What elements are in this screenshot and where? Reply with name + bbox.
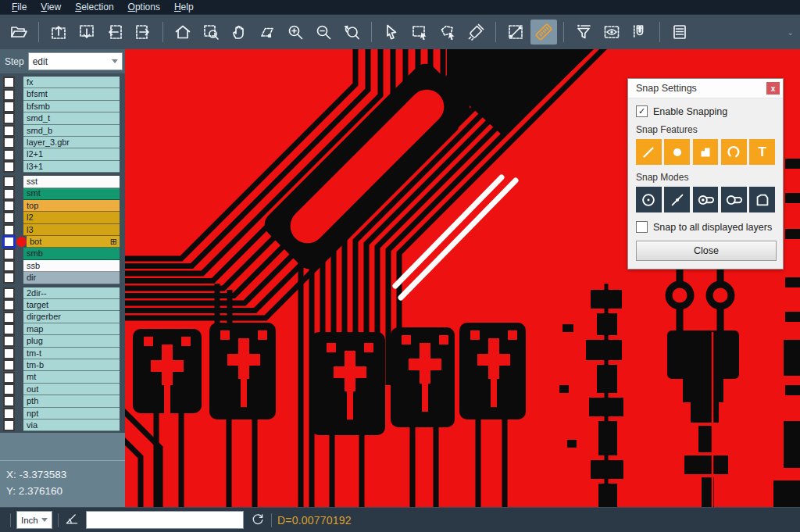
layer-visibility-checkbox[interactable]: [3, 149, 15, 161]
refresh-tool[interactable]: [250, 511, 266, 530]
enable-snapping-row[interactable]: ✓ Enable Snapping: [636, 105, 775, 117]
report-button[interactable]: [666, 20, 693, 45]
layer-row[interactable]: plug: [0, 335, 125, 347]
layer-visibility-checkbox[interactable]: [3, 384, 15, 395]
menu-help[interactable]: Help: [167, 0, 201, 14]
menu-options[interactable]: Options: [121, 0, 167, 14]
layer-row[interactable]: via: [0, 420, 125, 431]
layer-row[interactable]: l2: [0, 212, 125, 223]
menu-selection[interactable]: Selection: [68, 0, 120, 14]
layer-visibility-checkbox[interactable]: [3, 224, 15, 236]
snap-mode-pad-end-button[interactable]: [693, 187, 719, 212]
layer-visibility-checkbox[interactable]: [3, 408, 15, 420]
home-view-button[interactable]: [170, 20, 196, 45]
layer-row[interactable]: top: [0, 200, 125, 212]
open-button[interactable]: [5, 20, 32, 45]
layer-label[interactable]: pth: [23, 395, 120, 407]
layer-label[interactable]: mt: [23, 371, 120, 383]
layer-visibility-checkbox[interactable]: [3, 101, 15, 112]
layer-label[interactable]: l2+1: [23, 148, 120, 160]
layer-label[interactable]: ssb: [23, 260, 120, 272]
view-left-button[interactable]: [102, 20, 128, 45]
brush-button[interactable]: [462, 20, 489, 45]
snap-feature-line-button[interactable]: [636, 139, 662, 165]
layer-row[interactable]: l3+1: [0, 161, 125, 173]
layer-label[interactable]: fx: [23, 77, 120, 88]
layer-row[interactable]: layer_3.gbr: [0, 137, 125, 148]
layer-label[interactable]: bot⊞: [27, 236, 120, 248]
layer-row[interactable]: tm-t: [0, 348, 125, 359]
pan-button[interactable]: [226, 20, 252, 45]
snap-feature-arc-button[interactable]: [721, 139, 747, 165]
snap-button[interactable]: [627, 20, 653, 45]
layer-visibility-checkbox[interactable]: [3, 335, 15, 347]
layer-label[interactable]: bfsmt: [23, 88, 120, 100]
layer-label[interactable]: tm-t: [23, 348, 120, 359]
layer-visibility-checkbox[interactable]: [3, 236, 15, 248]
layer-label[interactable]: map: [23, 323, 120, 335]
view-down-button[interactable]: [73, 20, 100, 45]
layer-visibility-checkbox[interactable]: [3, 89, 15, 101]
layer-row[interactable]: smb: [0, 248, 125, 259]
layer-row[interactable]: l3: [0, 224, 125, 236]
layer-row[interactable]: smd_b: [0, 125, 125, 137]
layer-visibility-checkbox[interactable]: [3, 272, 15, 284]
layer-label[interactable]: top: [23, 200, 120, 212]
layer-visibility-checkbox[interactable]: [3, 312, 15, 323]
filter-button[interactable]: [570, 20, 597, 45]
layer-label[interactable]: l3: [23, 224, 120, 236]
menu-view[interactable]: View: [34, 0, 68, 14]
unit-select[interactable]: Inch: [16, 511, 52, 529]
layer-visibility-checkbox[interactable]: [3, 161, 15, 173]
layer-visibility-checkbox[interactable]: [3, 112, 15, 124]
layer-visibility-checkbox[interactable]: [3, 299, 15, 311]
toolbar-overflow-chevron[interactable]: ⌄: [788, 28, 795, 37]
layer-visibility-checkbox[interactable]: [3, 125, 15, 137]
layer-row[interactable]: target: [0, 299, 125, 311]
select-button[interactable]: [378, 20, 405, 45]
dialog-titlebar[interactable]: Snap Settings x: [628, 79, 783, 98]
layer-visibility-checkbox[interactable]: [3, 395, 15, 407]
layer-visibility-checkbox[interactable]: [3, 348, 15, 359]
layer-label[interactable]: 2dir--: [23, 287, 120, 299]
layer-visibility-checkbox[interactable]: [3, 287, 15, 299]
layer-visibility-checkbox[interactable]: [3, 200, 15, 212]
all-layers-row[interactable]: Snap to all displayed layers: [636, 221, 775, 233]
layer-label[interactable]: bfsmb: [23, 101, 120, 112]
layer-row-selected[interactable]: bot⊞: [0, 236, 125, 248]
zoom-polygon-button[interactable]: [254, 20, 280, 45]
layer-visibility-checkbox[interactable]: [3, 248, 15, 260]
layer-row[interactable]: npt: [0, 408, 125, 420]
snap-feature-pad-button[interactable]: [664, 139, 690, 165]
layer-label[interactable]: layer_3.gbr: [23, 137, 120, 148]
layer-label[interactable]: smb: [23, 248, 120, 259]
view-up-button[interactable]: [45, 20, 72, 45]
layer-row[interactable]: dirgerber: [0, 311, 125, 323]
layer-label[interactable]: dir: [23, 272, 120, 284]
layer-visibility-checkbox[interactable]: [3, 77, 15, 88]
layer-visibility-checkbox[interactable]: [3, 212, 15, 223]
layer-row[interactable]: tm-b: [0, 359, 125, 371]
zoom-previous-button[interactable]: [338, 20, 365, 45]
layer-visibility-checkbox[interactable]: [3, 359, 15, 371]
layer-label[interactable]: dirgerber: [23, 311, 120, 323]
layer-label[interactable]: plug: [23, 335, 120, 347]
layer-visibility-checkbox[interactable]: [3, 372, 15, 384]
command-input[interactable]: [86, 511, 244, 529]
layer-label[interactable]: smd_b: [23, 125, 120, 137]
snap-mode-pad-outline-button[interactable]: [721, 187, 747, 212]
layer-visibility-checkbox[interactable]: [3, 176, 15, 187]
select-polygon-button[interactable]: [434, 20, 461, 45]
enable-snapping-checkbox[interactable]: ✓: [636, 105, 648, 117]
snap-mode-midpoint-button[interactable]: [664, 187, 690, 212]
snap-mode-center-button[interactable]: [636, 187, 662, 212]
layer-label[interactable]: npt: [23, 408, 120, 420]
layer-label[interactable]: smt: [23, 188, 120, 200]
all-layers-checkbox[interactable]: [636, 221, 648, 233]
layer-row[interactable]: dir: [0, 272, 125, 284]
select-rect-button[interactable]: [406, 20, 433, 45]
layer-row[interactable]: bfsmb: [0, 101, 125, 112]
layer-label[interactable]: target: [23, 299, 120, 311]
menu-file[interactable]: File: [5, 0, 34, 14]
layer-label[interactable]: via: [23, 420, 120, 431]
